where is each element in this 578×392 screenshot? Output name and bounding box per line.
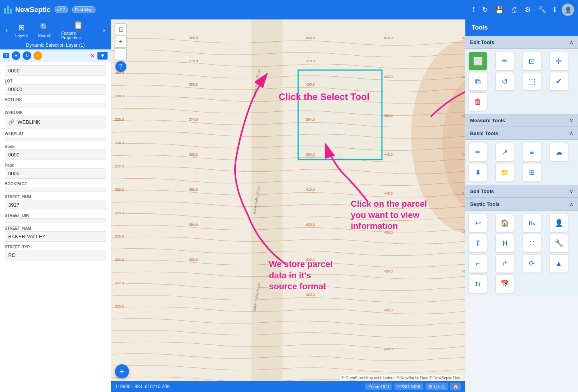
section-basic-tools[interactable]: Basic Tools ∧ — [465, 127, 578, 140]
field-lot: 00000 — [5, 84, 106, 95]
field-book: 0000 — [5, 149, 106, 160]
field-page: 0000 — [5, 168, 106, 179]
tool-house[interactable]: 🏠 — [495, 214, 514, 232]
main-container: ‹ ⊞ Layers 🔍 Search 📋 Feature Properties… — [0, 19, 578, 392]
add-feature-btn[interactable]: + — [115, 364, 129, 378]
info-icon[interactable]: ℹ — [552, 4, 558, 16]
sel-expand-btn[interactable]: ▼ — [97, 52, 108, 60]
tool-hs[interactable]: Hs — [523, 214, 541, 232]
tool-move[interactable]: ✛ — [550, 52, 568, 70]
fit-extent-btn[interactable]: ⊡ — [115, 23, 127, 35]
tool-folder[interactable]: 📁 — [495, 163, 514, 182]
svg-text:450.0: 450.0 — [384, 230, 393, 234]
label-street-nam: STREET_NAM — [5, 226, 106, 230]
share-icon[interactable]: ⤴ — [470, 4, 477, 16]
selection-row: 1 ▼ ↻ ℹ ✕ ▼ — [0, 49, 111, 62]
app-title: NewSeptic — [15, 6, 51, 14]
search-icon: 🔍 — [40, 23, 49, 32]
tool-copy[interactable]: ⧉ — [468, 72, 487, 91]
nav-search[interactable]: 🔍 Search — [34, 21, 55, 40]
tool-h-tool[interactable]: H — [495, 234, 514, 253]
settings-icon[interactable]: ⚙ — [523, 4, 532, 16]
tool-septic-1[interactable]: ↩ — [468, 214, 487, 232]
svg-text:400.0: 400.0 — [306, 258, 315, 262]
print-icon[interactable]: 🖨 — [509, 4, 519, 16]
svg-text:360.0: 360.0 — [189, 258, 198, 262]
nav-feature-props[interactable]: 📋 Feature Properties — [57, 18, 99, 42]
help-btn[interactable]: ? — [115, 61, 127, 72]
tool-pencil[interactable]: ✏ — [468, 143, 487, 162]
tool-confirm[interactable]: ✔ — [550, 72, 568, 91]
layers-label: Layers — [15, 33, 28, 38]
tool-cursor[interactable]: ↗ — [495, 143, 514, 162]
tool-triangle[interactable]: ▲ — [550, 254, 568, 273]
sel-down-icon[interactable]: ▼ — [12, 51, 20, 60]
tool-delete[interactable]: 🗑 — [468, 92, 487, 111]
field-street-typ: RD — [5, 250, 106, 260]
svg-text:374.0: 374.0 — [189, 118, 198, 121]
nav-toolbar: ‹ ⊞ Layers 🔍 Search 📋 Feature Properties… — [0, 19, 111, 41]
sel-close-icon[interactable]: ✕ — [90, 52, 95, 60]
tool-refresh-septic[interactable]: ⟳ — [523, 254, 541, 273]
section-soil-tools[interactable]: Soil Tools ∨ — [465, 185, 578, 198]
tool-calendar[interactable]: 📅 — [495, 274, 514, 293]
layer-bar: Dynamic Selection Layer (1) — [0, 41, 111, 49]
label-street-typ: STREET_TYP — [5, 245, 106, 249]
units-btn[interactable]: ⚙ Units — [426, 383, 448, 390]
zoom-out-btn[interactable]: − — [115, 48, 127, 60]
tool-cloud-upload[interactable]: ☁ — [550, 143, 568, 162]
soil-tools-label: Soil Tools — [470, 188, 569, 194]
zoom-badge[interactable]: Zoom 19.0 — [365, 383, 392, 390]
map-area[interactable]: 360.0 350.0 340.0 338.0 336.0 334.0 332.… — [111, 19, 465, 392]
save-icon[interactable]: 💾 — [493, 4, 505, 16]
section-edit-tools[interactable]: Edit Tools ∧ — [465, 36, 578, 49]
nav-layers[interactable]: ⊞ Layers — [11, 21, 32, 40]
tools-icon[interactable]: 🔧 — [536, 4, 548, 16]
tool-person-plus[interactable]: 🔧 — [550, 234, 568, 253]
tool-t-tool[interactable]: T — [468, 234, 487, 253]
svg-text:330.0: 330.0 — [115, 188, 124, 192]
tool-edit-vertices[interactable]: ✏ — [495, 52, 514, 70]
zoom-in-btn[interactable]: + — [115, 36, 127, 47]
field-bookpage — [5, 187, 106, 192]
svg-text:420.0: 420.0 — [306, 293, 315, 297]
section-septic-tools[interactable]: Septic Tools ∧ — [465, 198, 578, 211]
epsg-badge[interactable]: EPSG:6488 — [394, 383, 423, 390]
tool-resize[interactable]: ⬚ — [523, 72, 541, 91]
tool-rotate[interactable]: ↺ — [495, 72, 514, 91]
tool-person[interactable]: 👤 — [550, 214, 568, 232]
svg-text:370.0: 370.0 — [189, 59, 198, 63]
tool-turn[interactable]: ↱ — [495, 254, 514, 273]
sel-info-icon[interactable]: ℹ — [34, 51, 42, 60]
left-panel: ‹ ⊞ Layers 🔍 Search 📋 Feature Properties… — [0, 19, 111, 392]
weblink-label: WEBLINK — [18, 119, 41, 125]
feature-props-label: Feature Properties — [61, 31, 95, 40]
basic-tools-label: Basic Tools — [470, 130, 569, 136]
svg-text:360.0: 360.0 — [189, 153, 198, 156]
logo-bar-1 — [4, 8, 6, 14]
sel-rotate-icon[interactable]: ↻ — [23, 51, 31, 60]
tool-cloud-download[interactable]: ⬇ — [468, 163, 487, 182]
avatar[interactable]: 👤 — [562, 4, 574, 16]
tool-angle[interactable]: ⌐ — [468, 254, 487, 273]
tool-lines[interactable]: ≡ — [523, 143, 541, 162]
svg-rect-51 — [298, 70, 382, 160]
refresh-icon[interactable]: ↻ — [481, 4, 490, 16]
weblink-button[interactable]: 🔗 WEBLINK — [5, 116, 106, 128]
version-badge: v2.2 — [55, 6, 68, 13]
section-measure-tools[interactable]: Measure Tools ∨ — [465, 114, 578, 127]
selection-index: 1 — [3, 53, 9, 58]
tool-text[interactable]: TT — [468, 274, 487, 293]
nav-arrow-left[interactable]: ‹ — [4, 25, 9, 36]
tool-draw-polygon[interactable]: ⬜ — [468, 52, 487, 70]
tool-grid[interactable]: ⊞ — [523, 163, 541, 182]
feature-props-icon: 📋 — [73, 20, 83, 30]
tool-select-box[interactable]: ⊡ — [523, 52, 541, 70]
svg-text:324.0: 324.0 — [115, 258, 124, 262]
tool-dots[interactable]: ⁙ — [523, 234, 541, 253]
septic-tools-toggle: ∧ — [569, 201, 573, 207]
coordinates-display: 1199001.884, 610710.208 — [115, 384, 170, 389]
app-header: NewSeptic v2.2 First Map ⤴ ↻ 💾 🖨 ⚙ 🔧 ℹ 👤 — [0, 0, 578, 19]
nav-arrow-right[interactable]: › — [101, 25, 107, 36]
home-btn[interactable]: 🏠 — [450, 383, 461, 390]
